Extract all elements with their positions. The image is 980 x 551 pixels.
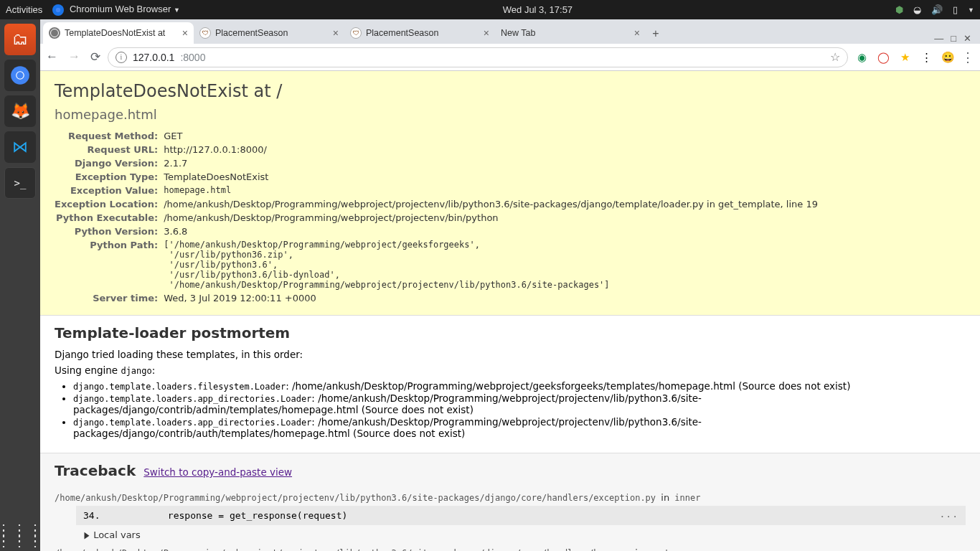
postmortem-intro: Django tried loading these templates, in… bbox=[55, 349, 966, 360]
meta-value: homepage.html bbox=[164, 184, 818, 197]
files-app-icon[interactable]: 🗂 bbox=[4, 24, 36, 55]
postmortem-section: Template-loader postmortem Django tried … bbox=[40, 316, 980, 453]
section-title: Template-loader postmortem bbox=[55, 324, 966, 342]
tab-title: TemplateDoesNotExist at bbox=[65, 28, 178, 38]
minimize-button[interactable]: — bbox=[934, 33, 943, 44]
frame-file: /home/ankush/Desktop/Programming/webproj… bbox=[55, 492, 966, 503]
chevron-down-icon: ▼ bbox=[174, 6, 180, 14]
forward-button[interactable]: → bbox=[68, 50, 80, 65]
close-icon[interactable]: × bbox=[182, 27, 188, 39]
tab-title: New Tab bbox=[501, 28, 630, 38]
chromium-app-icon[interactable] bbox=[4, 60, 36, 91]
meta-value: 2.1.7 bbox=[164, 156, 818, 170]
browser-toolbar: ← → ⟳ i 127.0.0.1:8000 ☆ ◉ ◯ ★ ⋮ 😀 ⋮ bbox=[40, 44, 980, 71]
show-apps-icon[interactable]: ⋮⋮⋮⋮⋮⋮⋮⋮⋮ bbox=[0, 527, 44, 544]
favicon-icon: 🛡 bbox=[350, 27, 362, 39]
tab-1[interactable]: 🛡 PlacementSeason × bbox=[194, 22, 344, 44]
favicon-icon: 🛡 bbox=[199, 27, 211, 39]
meta-value: /home/ankush/Desktop/Programming/webproj… bbox=[164, 211, 818, 225]
local-vars-toggle[interactable]: ▶ Local vars bbox=[83, 529, 966, 540]
meta-key: Server time: bbox=[55, 291, 164, 305]
browser-window: TemplateDoesNotExist at × 🛡 PlacementSea… bbox=[40, 19, 980, 551]
meta-key: Python Executable: bbox=[55, 211, 164, 225]
os-top-bar: Activities Chromium Web Browser ▼ Wed Ju… bbox=[0, 0, 980, 19]
meta-key: Request Method: bbox=[55, 129, 164, 143]
page-viewport[interactable]: TemplateDoesNotExist at / homepage.html … bbox=[40, 71, 980, 551]
postmortem-engine: Using engine django: bbox=[55, 364, 966, 376]
meta-key: Django Version: bbox=[55, 156, 164, 170]
url-path: :8000 bbox=[180, 52, 205, 63]
tab-title: PlacementSeason bbox=[366, 28, 479, 38]
meta-key: Python Path: bbox=[55, 238, 164, 291]
loader-item: django.template.loaders.app_directories.… bbox=[73, 392, 966, 415]
meta-value: http://127.0.0.1:8000/ bbox=[164, 143, 818, 156]
globe-icon bbox=[49, 27, 60, 39]
app-menu[interactable]: Chromium Web Browser ▼ bbox=[52, 4, 180, 16]
meta-value: TemplateDoesNotExist bbox=[164, 170, 818, 184]
close-window-button[interactable]: ✕ bbox=[963, 33, 971, 44]
close-icon[interactable]: × bbox=[484, 27, 489, 39]
maximize-button[interactable]: □ bbox=[951, 33, 956, 44]
traceback-section: Traceback Switch to copy-and-paste view … bbox=[40, 453, 980, 551]
ext-icon[interactable]: ◯ bbox=[877, 51, 890, 64]
battery-icon[interactable]: ▯ bbox=[953, 4, 958, 15]
meta-value: Wed, 3 Jul 2019 12:00:11 +0000 bbox=[164, 291, 818, 305]
close-icon[interactable]: × bbox=[634, 27, 640, 39]
section-title: Traceback bbox=[55, 462, 136, 479]
site-info-icon[interactable]: i bbox=[116, 52, 127, 63]
clock[interactable]: Wed Jul 3, 17:57 bbox=[180, 4, 895, 15]
extensions: ◉ ◯ ★ ⋮ 😀 bbox=[855, 51, 954, 64]
loader-list: django.template.loaders.filesystem.Loade… bbox=[55, 380, 966, 439]
terminal-app-icon[interactable]: >_ bbox=[4, 167, 36, 199]
activities-button[interactable]: Activities bbox=[6, 4, 42, 15]
loader-item: django.template.loaders.filesystem.Loade… bbox=[73, 380, 966, 392]
tab-2[interactable]: 🛡 PlacementSeason × bbox=[344, 22, 495, 44]
browser-menu-icon[interactable]: ⋮ bbox=[961, 50, 974, 65]
system-menu-icon[interactable]: ▼ bbox=[968, 6, 974, 14]
volume-icon[interactable]: 🔊 bbox=[931, 4, 943, 15]
back-button[interactable]: ← bbox=[46, 50, 58, 65]
request-meta-table: Request Method:GETRequest URL:http://127… bbox=[55, 129, 818, 305]
tab-3[interactable]: New Tab × bbox=[495, 22, 646, 44]
meta-value: GET bbox=[164, 129, 818, 143]
new-tab-button[interactable]: + bbox=[646, 24, 666, 44]
shield-icon[interactable]: ⬢ bbox=[895, 4, 903, 15]
chromium-icon bbox=[52, 4, 64, 16]
address-bar[interactable]: i 127.0.0.1:8000 ☆ bbox=[108, 47, 848, 67]
meta-key: Request URL: bbox=[55, 143, 164, 156]
switch-view-link[interactable]: Switch to copy-and-paste view bbox=[143, 466, 292, 478]
tab-strip: TemplateDoesNotExist at × 🛡 PlacementSea… bbox=[40, 19, 980, 44]
firefox-app-icon[interactable]: 🦊 bbox=[4, 95, 36, 127]
wifi-icon[interactable]: ◒ bbox=[913, 4, 921, 15]
vscode-app-icon[interactable]: ⋈ bbox=[4, 131, 36, 163]
frame-file: /home/ankush/Desktop/Programming/webproj… bbox=[55, 547, 966, 551]
meta-key: Exception Type: bbox=[55, 170, 164, 184]
svg-point-2 bbox=[17, 72, 23, 78]
bookmark-star-icon[interactable]: ☆ bbox=[830, 50, 840, 64]
meta-key: Exception Value: bbox=[55, 184, 164, 197]
ext-icon[interactable]: ★ bbox=[898, 51, 911, 64]
tab-title: PlacementSeason bbox=[215, 28, 329, 38]
close-icon[interactable]: × bbox=[333, 27, 339, 39]
exception-value-heading: homepage.html bbox=[55, 107, 966, 122]
dock: 🗂 🦊 ⋈ >_ ⋮⋮⋮⋮⋮⋮⋮⋮⋮ bbox=[0, 19, 40, 551]
meta-value: 3.6.8 bbox=[164, 225, 818, 238]
ext-icon[interactable]: 😀 bbox=[941, 51, 954, 64]
ext-icon[interactable]: ◉ bbox=[855, 51, 868, 64]
ext-icon[interactable]: ⋮ bbox=[920, 51, 933, 64]
tab-0[interactable]: TemplateDoesNotExist at × bbox=[43, 22, 194, 44]
loader-item: django.template.loaders.app_directories.… bbox=[73, 416, 966, 439]
code-line: 34. response = get_response(request)... bbox=[76, 506, 966, 525]
meta-value: ['/home/ankush/Desktop/Programming/webpr… bbox=[164, 238, 818, 291]
meta-key: Python Version: bbox=[55, 225, 164, 238]
error-summary: TemplateDoesNotExist at / homepage.html … bbox=[40, 71, 980, 316]
url-host: 127.0.0.1 bbox=[133, 52, 174, 63]
page-title: TemplateDoesNotExist at / bbox=[55, 81, 966, 101]
reload-button[interactable]: ⟳ bbox=[90, 50, 100, 65]
meta-key: Exception Location: bbox=[55, 197, 164, 211]
meta-value: /home/ankush/Desktop/Programming/webproj… bbox=[164, 197, 818, 211]
